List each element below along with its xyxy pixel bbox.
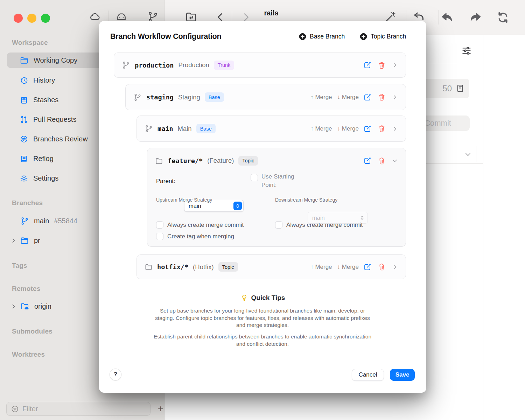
filter-options-icon[interactable] bbox=[461, 46, 472, 56]
pull-arrow-icon[interactable] bbox=[440, 10, 454, 24]
push-arrow-icon[interactable] bbox=[468, 10, 482, 24]
plus-circle-icon bbox=[299, 33, 307, 41]
always-merge-commit-checkbox[interactable] bbox=[275, 221, 282, 229]
filter-input[interactable] bbox=[22, 405, 146, 413]
parent-select-value: main bbox=[189, 203, 201, 209]
cloud-icon[interactable] bbox=[89, 11, 101, 23]
sidebar-branch-main[interactable]: main #55844 bbox=[20, 213, 77, 229]
create-tag-row: Create tag when merging bbox=[156, 233, 234, 240]
minimize-window-button[interactable] bbox=[27, 14, 36, 23]
downstream-merge-label: ↓ Merge bbox=[337, 125, 359, 132]
sidebar-item-label: History bbox=[33, 76, 55, 84]
folder-icon bbox=[145, 263, 153, 271]
sidebar-item-stashes[interactable]: Stashes bbox=[20, 92, 58, 107]
branch-row-hotfix: hotfix/* (Hotfix) Topic ↑ Merge ↓ Merge bbox=[136, 254, 406, 279]
starting-point-select-value: main bbox=[312, 215, 325, 221]
edit-branch-button[interactable] bbox=[363, 61, 372, 69]
sidebar-item-label: Reflog bbox=[33, 155, 54, 163]
sidebar-item-label: Branches Review bbox=[33, 135, 88, 143]
branch-name: feature/* bbox=[168, 157, 203, 164]
branch-display-name: (Feature) bbox=[207, 157, 234, 164]
document-icon bbox=[455, 84, 465, 93]
parent-label: Parent: bbox=[156, 178, 175, 185]
sidebar-item-history[interactable]: History bbox=[20, 72, 55, 88]
sidebar-item-branches-review[interactable]: Branches Review bbox=[20, 131, 88, 147]
base-badge: Base bbox=[205, 92, 224, 102]
review-arrows-icon bbox=[20, 135, 28, 144]
delete-branch-button[interactable] bbox=[378, 157, 386, 165]
edit-branch-button[interactable] bbox=[363, 125, 372, 133]
branch-card-feature: feature/* (Feature) Topic Parent: main U… bbox=[147, 148, 406, 247]
delete-branch-button[interactable] bbox=[378, 61, 386, 69]
upstream-always-merge-row: Always create merge commit bbox=[156, 221, 244, 229]
create-tag-checkbox[interactable] bbox=[156, 233, 163, 240]
save-button[interactable]: Save bbox=[390, 369, 415, 381]
sidebar-item-settings[interactable]: Settings bbox=[20, 170, 58, 186]
branch-row-staging: staging Staging Base ↑ Merge ↓ Merge bbox=[125, 84, 406, 110]
history-clock-icon bbox=[20, 76, 28, 85]
sidebar-item-pull-requests[interactable]: Pull Requests bbox=[20, 112, 76, 127]
zoom-window-button[interactable] bbox=[41, 14, 50, 23]
expand-branch-button[interactable] bbox=[392, 264, 398, 270]
always-merge-commit-checkbox[interactable] bbox=[156, 221, 163, 229]
help-button[interactable]: ? bbox=[110, 369, 121, 380]
sidebar-item-label: Pull Requests bbox=[33, 115, 76, 124]
filter-icon bbox=[11, 405, 19, 413]
always-merge-commit-label: Always create merge commit bbox=[167, 222, 244, 229]
edit-branch-button[interactable] bbox=[363, 156, 372, 165]
submodules-section-header: Submodules bbox=[12, 328, 52, 335]
chevron-down-icon[interactable] bbox=[464, 151, 471, 158]
tags-section-header: Tags bbox=[12, 262, 27, 270]
branch-icon bbox=[20, 217, 29, 225]
folder-cloud-icon bbox=[20, 302, 29, 311]
downstream-always-merge-row: Always create merge commit bbox=[275, 221, 363, 229]
add-base-branch-button[interactable]: Base Branch bbox=[299, 33, 345, 41]
add-repository-button[interactable]: + bbox=[155, 401, 166, 416]
branch-name: hotfix/* bbox=[157, 263, 188, 271]
branch-workflow-dialog: Branch Workflow Configuration Base Branc… bbox=[99, 21, 426, 393]
add-topic-branch-button[interactable]: Topic Branch bbox=[359, 33, 406, 41]
panel-divider bbox=[426, 64, 483, 64]
toolbar-separator bbox=[439, 10, 439, 24]
sidebar-item-reflog[interactable]: Reflog bbox=[20, 151, 54, 166]
upstream-merge-label: ↑ Merge bbox=[310, 264, 332, 271]
expand-branch-button[interactable] bbox=[392, 62, 398, 68]
branch-icon bbox=[122, 61, 130, 69]
sidebar-item-label: Stashes bbox=[33, 96, 58, 104]
folder-icon bbox=[155, 157, 163, 165]
branch-name: main bbox=[34, 217, 49, 225]
delete-branch-button[interactable] bbox=[378, 263, 386, 271]
collapse-branch-button[interactable] bbox=[392, 158, 398, 164]
use-starting-point-checkbox[interactable] bbox=[251, 174, 258, 181]
branches-section-header: Branches bbox=[12, 199, 43, 207]
expand-branch-button[interactable] bbox=[392, 94, 398, 100]
filter-field[interactable] bbox=[6, 402, 150, 416]
branch-display-name: Main bbox=[178, 125, 192, 133]
disclosure-chevron-icon[interactable] bbox=[10, 238, 16, 244]
lightbulb-icon bbox=[240, 294, 248, 302]
folder-label: pr bbox=[34, 237, 40, 245]
disclosure-chevron-icon[interactable] bbox=[10, 303, 16, 309]
sidebar-remote-origin[interactable]: origin bbox=[10, 299, 51, 314]
feature-card-header: feature/* (Feature) Topic bbox=[147, 148, 406, 173]
branch-row-main: main Main Base ↑ Merge ↓ Merge bbox=[136, 115, 406, 142]
topic-badge: Topic bbox=[218, 262, 238, 272]
add-topic-branch-label: Topic Branch bbox=[371, 33, 406, 40]
use-starting-point-label: Use Starting Point: bbox=[261, 173, 307, 189]
expand-branch-button[interactable] bbox=[392, 126, 398, 132]
branch-icon bbox=[145, 125, 153, 133]
worktrees-section-header: Worktrees bbox=[12, 351, 45, 358]
sidebar-folder-pr[interactable]: pr bbox=[10, 233, 40, 248]
delete-branch-button[interactable] bbox=[378, 125, 386, 133]
trunk-badge: Trunk bbox=[214, 61, 234, 70]
panel-divider bbox=[426, 163, 483, 164]
delete-branch-button[interactable] bbox=[378, 93, 386, 101]
close-window-button[interactable] bbox=[14, 14, 23, 23]
cancel-button[interactable]: Cancel bbox=[352, 369, 384, 381]
text-cursor-divider bbox=[476, 146, 476, 162]
sync-icon[interactable] bbox=[496, 11, 510, 24]
downstream-merge-label: ↓ Merge bbox=[337, 94, 359, 101]
edit-branch-button[interactable] bbox=[363, 93, 372, 102]
line-count-value: 50 bbox=[442, 84, 452, 93]
edit-branch-button[interactable] bbox=[363, 263, 372, 271]
